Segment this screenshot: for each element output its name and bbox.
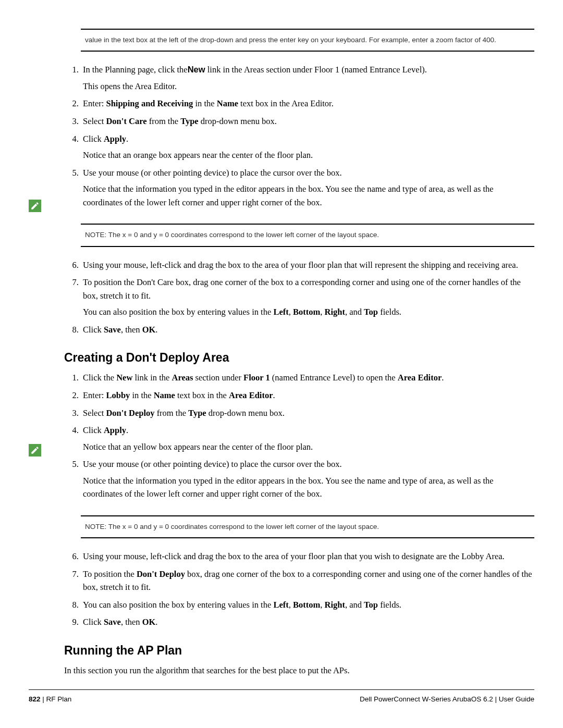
step-b4-detail: Notice that an yellow box appears near t…: [83, 440, 534, 454]
step-b8: You can also position the box by enterin…: [81, 598, 534, 612]
footer-left: 822 | RF Plan: [29, 695, 71, 703]
steps-dont-care: In the Planning page, click theNew link …: [64, 63, 534, 209]
note-text: NOTE: The x = 0 and y = 0 coordinates co…: [85, 523, 379, 530]
step-b9: Click Save, then OK.: [81, 615, 534, 629]
step-b1: Click the New link in the Areas section …: [81, 371, 534, 385]
step-6: Using your mouse, left-click and drag th…: [81, 258, 534, 272]
step-4-detail: Notice that an orange box appears near t…: [83, 149, 534, 162]
pencil-icon: [30, 201, 40, 211]
step-5: Use your mouse (or other pointing device…: [81, 166, 534, 209]
step-b7: To position the Don't Deploy box, drag o…: [81, 567, 534, 594]
step-1-detail: This opens the Area Editor.: [83, 80, 534, 93]
steps-dont-deploy: Click the New link in the Areas section …: [64, 371, 534, 501]
step-8: Click Save, then OK.: [81, 323, 534, 337]
step-7-detail: You can also position the box by enterin…: [83, 305, 534, 319]
ap-plan-intro: In this section you run the algorithm th…: [64, 664, 534, 677]
step-b3: Select Don't Deploy from the Type drop-d…: [81, 406, 534, 420]
note-box-coords-1: NOTE: The x = 0 and y = 0 coordinates co…: [81, 224, 534, 246]
footer-section: RF Plan: [46, 695, 72, 703]
step-2: Enter: Shipping and Receiving in the Nam…: [81, 97, 534, 110]
footer-rule: [29, 689, 534, 690]
steps-dont-care-continued: Using your mouse, left-click and drag th…: [64, 258, 534, 337]
note-text: value in the text box at the left of the…: [85, 36, 496, 44]
heading-ap-plan: Running the AP Plan: [64, 644, 534, 658]
step-1: In the Planning page, click theNew link …: [81, 63, 534, 93]
note-text: NOTE: The x = 0 and y = 0 coordinates co…: [85, 231, 379, 239]
step-4: Click Apply. Notice that an orange box a…: [81, 132, 534, 162]
note-box-zoom: value in the text box at the left of the…: [81, 29, 534, 52]
footer-row: 822 | RF Plan Dell PowerConnect W-Series…: [29, 695, 534, 703]
main-content: value in the text box at the left of the…: [64, 29, 534, 677]
page: value in the text box at the left of the…: [0, 0, 563, 677]
pencil-icon: [30, 446, 40, 455]
step-3: Select Don't Care from the Type drop-dow…: [81, 115, 534, 128]
step-b5-detail: Notice that the information you typed in…: [83, 474, 534, 501]
note-icon: [29, 444, 41, 456]
step-b4: Click Apply. Notice that an yellow box a…: [81, 424, 534, 453]
heading-dont-deploy: Creating a Don't Deploy Area: [64, 351, 534, 365]
page-number: 822: [29, 695, 41, 703]
footer-right: Dell PowerConnect W-Series ArubaOS 6.2 |…: [360, 695, 534, 703]
note-box-coords-2: NOTE: The x = 0 and y = 0 coordinates co…: [81, 515, 534, 538]
step-7: To position the Don't Care box, drag one…: [81, 276, 534, 319]
steps-dont-deploy-continued: Using your mouse, left-click and drag th…: [64, 550, 534, 629]
bold-new: New: [188, 65, 205, 74]
step-5-detail: Notice that the information you typed in…: [83, 182, 534, 209]
page-footer: 822 | RF Plan Dell PowerConnect W-Series…: [0, 689, 563, 703]
step-b5: Use your mouse (or other pointing device…: [81, 458, 534, 501]
step-b2: Enter: Lobby in the Name text box in the…: [81, 389, 534, 402]
note-icon: [29, 200, 41, 212]
step-b6: Using your mouse, left-click and drag th…: [81, 550, 534, 563]
